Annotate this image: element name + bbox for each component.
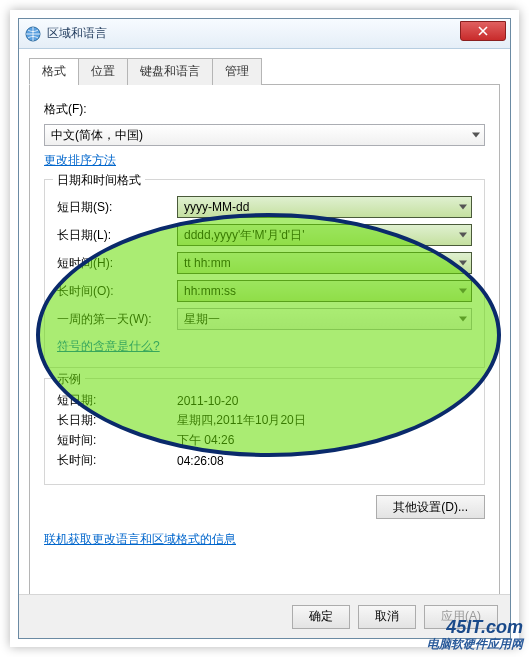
example-group-title: 示例 (53, 371, 85, 388)
tab-keyboards-languages[interactable]: 键盘和语言 (127, 58, 213, 85)
chevron-down-icon (459, 233, 467, 238)
chevron-down-icon (459, 317, 467, 322)
watermark: 45IT.com 电脑软硬件应用网 (427, 618, 523, 651)
change-sort-link[interactable]: 更改排序方法 (44, 152, 116, 169)
chevron-down-icon (472, 133, 480, 138)
short-date-combo[interactable]: yyyy-MM-dd (177, 196, 472, 218)
short-time-combo[interactable]: tt hh:mm (177, 252, 472, 274)
first-day-combo[interactable]: 星期一 (177, 308, 472, 330)
ex-long-date-label: 长日期: (57, 412, 177, 429)
format-select[interactable]: 中文(简体，中国) (44, 124, 485, 146)
tab-location[interactable]: 位置 (78, 58, 128, 85)
tab-strip: 格式 位置 键盘和语言 管理 (29, 57, 500, 85)
ok-button[interactable]: 确定 (292, 605, 350, 629)
ex-short-time-value: 下午 04:26 (177, 432, 234, 449)
ex-long-date-value: 星期四,2011年10月20日 (177, 412, 306, 429)
tab-panel-format: 格式(F): 中文(简体，中国) 更改排序方法 日期和时间格式 短日期(S): … (29, 85, 500, 605)
ex-short-time-label: 短时间: (57, 432, 177, 449)
other-settings-button[interactable]: 其他设置(D)... (376, 495, 485, 519)
tab-format[interactable]: 格式 (29, 58, 79, 85)
format-select-value: 中文(简体，中国) (51, 127, 143, 144)
online-info-link[interactable]: 联机获取更改语言和区域格式的信息 (44, 531, 236, 548)
ex-long-time-value: 04:26:08 (177, 454, 224, 468)
tab-administrative[interactable]: 管理 (212, 58, 262, 85)
close-icon (478, 26, 488, 36)
window-title: 区域和语言 (47, 25, 107, 42)
globe-icon (25, 26, 41, 42)
long-time-combo[interactable]: hh:mm:ss (177, 280, 472, 302)
short-date-label: 短日期(S): (57, 199, 177, 216)
long-time-label: 长时间(O): (57, 283, 177, 300)
chevron-down-icon (459, 261, 467, 266)
datetime-group-title: 日期和时间格式 (53, 172, 145, 189)
long-date-combo[interactable]: dddd,yyyy'年'M'月'd'日' (177, 224, 472, 246)
chevron-down-icon (459, 205, 467, 210)
ex-short-date-label: 短日期: (57, 392, 177, 409)
client-area: 格式 位置 键盘和语言 管理 格式(F): 中文(简体，中国) 更改排序方法 日… (19, 49, 510, 615)
long-date-label: 长日期(L): (57, 227, 177, 244)
titlebar[interactable]: 区域和语言 (19, 19, 510, 49)
close-button[interactable] (460, 21, 506, 41)
example-group: 示例 短日期: 2011-10-20 长日期: 星期四,2011年10月20日 … (44, 378, 485, 485)
ex-short-date-value: 2011-10-20 (177, 394, 238, 408)
ex-long-time-label: 长时间: (57, 452, 177, 469)
format-label: 格式(F): (44, 101, 485, 118)
symbol-meaning-link[interactable]: 符号的含意是什么? (57, 338, 160, 355)
first-day-label: 一周的第一天(W): (57, 311, 177, 328)
region-language-window: 区域和语言 格式 位置 键盘和语言 管理 格式(F): 中文(简体，中国) 更改… (18, 18, 511, 639)
short-time-label: 短时间(H): (57, 255, 177, 272)
cancel-button[interactable]: 取消 (358, 605, 416, 629)
datetime-format-group: 日期和时间格式 短日期(S): yyyy-MM-dd 长日期(L): dddd,… (44, 179, 485, 368)
chevron-down-icon (459, 289, 467, 294)
